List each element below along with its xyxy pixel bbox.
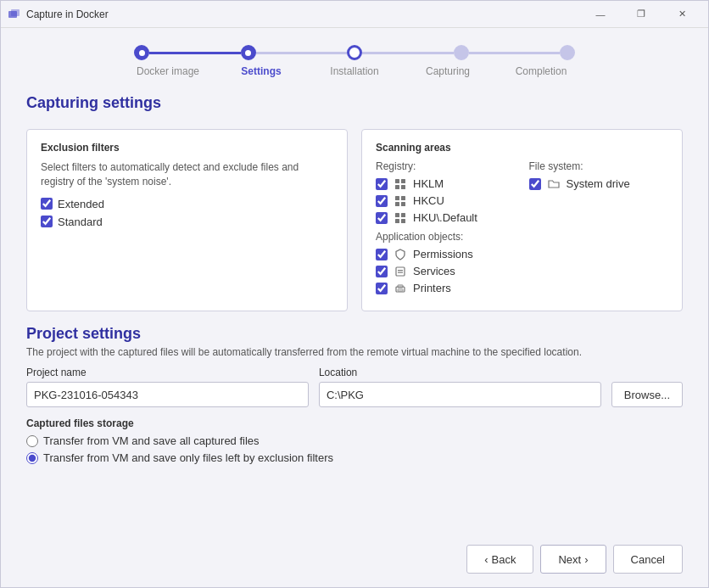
exclusion-filters-title: Exclusion filters [41, 142, 333, 154]
app-objects-title: Application objects: [376, 231, 516, 243]
svg-rect-9 [401, 202, 405, 206]
cancel-button[interactable]: Cancel [613, 545, 683, 574]
services-checkbox[interactable] [376, 266, 388, 277]
permissions-label: Permissions [413, 248, 473, 260]
permissions-icon [393, 249, 408, 260]
permissions-checkbox[interactable] [376, 249, 388, 260]
location-input[interactable] [319, 382, 601, 407]
printers-icon [393, 283, 408, 294]
system-drive-label: System drive [567, 177, 630, 190]
storage-radio-0[interactable] [26, 435, 38, 447]
scan-printers: Printers [376, 282, 516, 294]
filter-extended-checkbox[interactable] [41, 198, 53, 210]
storage-label-1: Transfer from VM and save only files lef… [43, 451, 333, 464]
close-button[interactable]: ✕ [662, 1, 701, 28]
project-name-field: Project name [26, 367, 309, 407]
svg-rect-6 [395, 196, 399, 200]
step-label-2: Installation [321, 65, 388, 77]
system-drive-checkbox[interactable] [529, 178, 541, 190]
filesystem-col: File system: System drive [529, 160, 669, 299]
svg-rect-15 [398, 270, 403, 271]
step-line-1 [256, 52, 348, 54]
svg-rect-8 [395, 202, 399, 206]
browse-button[interactable]: Browse... [611, 382, 683, 407]
step-dot-3 [454, 45, 469, 60]
storage-option-0: Transfer from VM and save all captured f… [26, 434, 683, 447]
back-icon: ‹ [484, 553, 488, 566]
hklm-checkbox[interactable] [376, 178, 388, 190]
svg-rect-11 [401, 213, 405, 217]
registry-col: Registry: HKLM [376, 160, 516, 299]
project-name-input[interactable] [26, 382, 309, 407]
stepper: Docker image Settings Installation Captu… [26, 45, 683, 77]
filter-standard-label: Standard [58, 216, 103, 228]
svg-rect-19 [398, 289, 403, 291]
hklm-label: HKLM [413, 177, 444, 190]
step-label-0: Docker image [134, 65, 202, 77]
stepper-track [134, 45, 575, 60]
back-label: Back [492, 553, 516, 566]
scanning-areas-panel: Scanning areas Registry: HKLM [361, 129, 683, 311]
minimize-button[interactable]: — [581, 1, 620, 28]
hku-icon [393, 212, 408, 224]
svg-rect-5 [401, 185, 405, 189]
step-line-0 [149, 52, 241, 54]
back-button[interactable]: ‹ Back [466, 545, 533, 574]
scanning-areas-title: Scanning areas [376, 142, 668, 154]
step-line-3 [469, 52, 561, 54]
scan-hkcu: HKCU [376, 194, 516, 207]
main-window: Capture in Docker — ❐ ✕ Docker image [0, 0, 709, 588]
scan-hku-default: HKU\.Default [376, 211, 516, 224]
hkcu-checkbox[interactable] [376, 195, 388, 207]
project-name-label: Project name [26, 367, 309, 378]
hku-label: HKU\.Default [413, 211, 477, 224]
hku-checkbox[interactable] [376, 212, 388, 224]
project-settings-header: Project settings [26, 325, 683, 343]
next-label: Next [558, 553, 581, 566]
services-label: Services [413, 265, 455, 277]
filter-standard-checkbox[interactable] [41, 216, 53, 227]
project-form-row: Project name Location Browse... [26, 367, 683, 407]
step-label-3: Capturing [414, 65, 482, 77]
stepper-labels: Docker image Settings Installation Captu… [134, 65, 575, 77]
svg-rect-16 [398, 272, 403, 272]
svg-rect-4 [395, 185, 399, 189]
services-icon [393, 266, 408, 277]
step-line-2 [362, 52, 454, 54]
step-dot-0 [134, 45, 149, 60]
project-settings-desc: The project with the captured files will… [26, 346, 683, 358]
scan-hklm: HKLM [376, 177, 516, 190]
filter-extended-label: Extended [58, 198, 104, 210]
svg-rect-13 [401, 219, 405, 223]
titlebar: Capture in Docker — ❐ ✕ [1, 1, 708, 28]
location-field: Location [319, 367, 601, 407]
printers-checkbox[interactable] [376, 283, 388, 294]
scanning-inner: Registry: HKLM [376, 160, 668, 299]
scan-system-drive: System drive [529, 177, 669, 190]
step-dot-2 [347, 45, 362, 60]
hkcu-icon [393, 195, 408, 207]
step-label-1: Settings [227, 65, 295, 77]
step-dot-4 [560, 45, 575, 60]
storage-title: Captured files storage [26, 417, 683, 429]
window-controls: — ❐ ✕ [581, 1, 701, 28]
step-label-4: Completion [507, 65, 575, 77]
step-dot-1 [241, 45, 256, 60]
svg-rect-7 [401, 196, 405, 200]
svg-rect-10 [395, 213, 399, 217]
exclusion-filters-desc: Select filters to automatically detect a… [41, 160, 333, 189]
system-drive-icon [546, 178, 561, 190]
next-button[interactable]: Next › [540, 545, 606, 574]
location-label: Location [319, 367, 601, 378]
maximize-button[interactable]: ❐ [622, 1, 661, 28]
storage-label-0: Transfer from VM and save all captured f… [43, 434, 260, 447]
svg-rect-3 [401, 179, 405, 183]
filter-standard-item: Standard [41, 216, 333, 228]
storage-radio-1[interactable] [26, 452, 38, 464]
svg-rect-14 [396, 267, 405, 276]
registry-col-title: Registry: [376, 160, 516, 172]
filesystem-col-title: File system: [529, 160, 669, 172]
scan-permissions: Permissions [376, 248, 516, 260]
svg-rect-12 [395, 219, 399, 223]
hkcu-label: HKCU [413, 194, 444, 207]
